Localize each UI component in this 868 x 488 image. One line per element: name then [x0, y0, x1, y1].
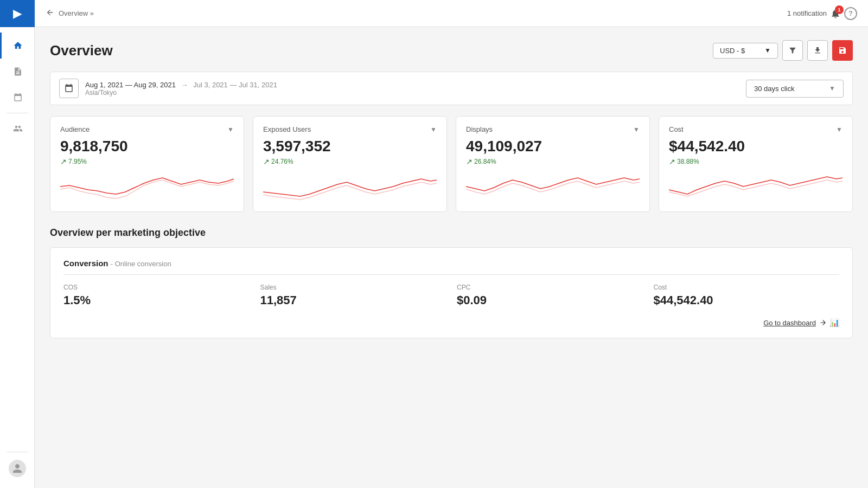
content-area: Overview USD - $ ▼ — [35, 27, 868, 488]
date-info: Aug 1, 2021 — Aug 29, 2021 → Jul 3, 2021… — [85, 81, 277, 97]
users-icon — [12, 123, 23, 134]
cost-value: $44,542.40 — [669, 138, 843, 155]
filter-button[interactable] — [782, 40, 803, 61]
back-button[interactable] — [46, 8, 54, 18]
cost-chart — [669, 170, 843, 203]
metric-card-header: Exposed Users ▼ — [263, 125, 437, 133]
cpc-value: $0.09 — [457, 293, 643, 307]
help-button[interactable]: ? — [844, 7, 857, 20]
breadcrumb-text: Overview » — [59, 9, 94, 17]
bar-chart-icon: 📊 — [830, 318, 839, 327]
exposed-dropdown-icon[interactable]: ▼ — [430, 126, 437, 133]
calendar-picker-button[interactable] — [59, 79, 79, 98]
sidebar-divider — [7, 113, 28, 113]
conv-metric-sales: Sales 11,857 — [260, 284, 446, 307]
cost-label: Cost — [669, 125, 684, 133]
metric-cards: Audience ▼ 9,818,750 ↗ 7.95% — [50, 116, 853, 212]
sales-value: 11,857 — [260, 293, 446, 307]
compare-arrow: → — [181, 81, 188, 89]
conv-cost-value: $44,542.40 — [654, 293, 840, 307]
conv-metric-cos: COS 1.5% — [63, 284, 250, 307]
date-range-text: Aug 1, 2021 — Aug 29, 2021 → Jul 3, 2021… — [85, 81, 277, 89]
audience-change: ↗ 7.95% — [60, 157, 234, 166]
exposed-value: 3,597,352 — [263, 138, 437, 155]
days-selector[interactable]: 30 days click ▼ — [746, 80, 844, 98]
notification-area: 1 notification 1 ? — [787, 7, 857, 20]
sidebar-bottom-divider — [7, 452, 28, 452]
sidebar-bottom — [7, 450, 28, 477]
metric-card-header: Displays ▼ — [466, 125, 640, 133]
up-arrow-icon: ↗ — [263, 157, 270, 166]
metric-card-displays: Displays ▼ 49,109,027 ↗ 26.84% — [456, 116, 650, 212]
topbar-right: 1 notification 1 ? — [787, 7, 857, 20]
audience-label: Audience — [60, 125, 90, 133]
sidebar-logo[interactable]: ▶ — [0, 0, 35, 27]
section-title: Overview per marketing objective — [50, 227, 853, 239]
conversion-subtitle: - Online conversion — [111, 260, 171, 268]
date-filter-left: Aug 1, 2021 — Aug 29, 2021 → Jul 3, 2021… — [59, 79, 277, 98]
cost-dropdown-icon[interactable]: ▼ — [836, 126, 843, 133]
up-arrow-icon: ↗ — [466, 157, 473, 166]
breadcrumb: Overview » — [46, 8, 94, 18]
displays-label: Displays — [466, 125, 493, 133]
header-actions: USD - $ ▼ — [713, 40, 853, 61]
days-chevron-icon: ▼ — [829, 85, 835, 92]
notification-bell[interactable]: 1 — [830, 8, 841, 19]
sidebar-item-calendar[interactable] — [0, 85, 34, 111]
conv-cost-label: Cost — [654, 284, 840, 291]
card-footer: Go to dashboard 📊 — [63, 318, 839, 327]
topbar: Overview » 1 notification 1 ? — [35, 0, 868, 27]
cost-change: ↗ 38.88% — [669, 157, 843, 166]
conv-metric-cost: Cost $44,542.40 — [654, 284, 840, 307]
page-title: Overview — [50, 42, 113, 59]
audience-dropdown-icon[interactable]: ▼ — [227, 126, 234, 133]
export-button[interactable] — [807, 40, 828, 61]
calendar-icon — [12, 92, 23, 103]
notification-badge: 1 — [835, 5, 844, 14]
displays-change: ↗ 26.84% — [466, 157, 640, 166]
save-button[interactable] — [832, 40, 853, 61]
cpc-label: CPC — [457, 284, 643, 291]
currency-label: USD - $ — [720, 47, 745, 55]
conversion-header: Conversion - Online conversion — [63, 259, 839, 275]
sidebar-item-users[interactable] — [0, 115, 34, 142]
sidebar-navigation — [0, 27, 34, 142]
up-arrow-icon: ↗ — [60, 157, 67, 166]
metric-card-header: Audience ▼ — [60, 125, 234, 133]
home-icon — [12, 40, 23, 51]
cos-label: COS — [63, 284, 250, 291]
displays-chart — [466, 170, 640, 203]
avatar[interactable] — [9, 460, 26, 477]
cos-value: 1.5% — [63, 293, 250, 307]
chevron-down-icon: ▼ — [764, 47, 771, 54]
displays-value: 49,109,027 — [466, 138, 640, 155]
document-icon — [12, 66, 23, 77]
date-filter-bar: Aug 1, 2021 — Aug 29, 2021 → Jul 3, 2021… — [50, 72, 853, 105]
conv-metric-cpc: CPC $0.09 — [457, 284, 643, 307]
sidebar-item-reports[interactable] — [0, 59, 34, 85]
exposed-change: ↗ 24.76% — [263, 157, 437, 166]
days-label: 30 days click — [754, 85, 794, 93]
main-area: Overview » 1 notification 1 ? Overview U… — [35, 0, 868, 488]
metric-card-cost: Cost ▼ $44,542.40 ↗ 38.88% — [659, 116, 853, 212]
go-to-dashboard-link[interactable]: Go to dashboard 📊 — [763, 318, 839, 327]
metric-card-exposed: Exposed Users ▼ 3,597,352 ↗ 24.76% — [253, 116, 447, 212]
metric-card-header: Cost ▼ — [669, 125, 843, 133]
audience-chart — [60, 170, 234, 203]
audience-value: 9,818,750 — [60, 138, 234, 155]
page-header: Overview USD - $ ▼ — [50, 40, 853, 61]
marketing-section: Overview per marketing objective Convers… — [50, 227, 853, 338]
sales-label: Sales — [260, 284, 446, 291]
logo-icon: ▶ — [13, 7, 21, 20]
displays-dropdown-icon[interactable]: ▼ — [633, 126, 640, 133]
marketing-card: Conversion - Online conversion COS 1.5% … — [50, 247, 853, 338]
sidebar-item-home[interactable] — [0, 33, 34, 59]
conversion-label: Conversion — [63, 259, 108, 268]
up-arrow-icon: ↗ — [669, 157, 675, 166]
exposed-chart — [263, 170, 437, 203]
sidebar: ▶ — [0, 0, 35, 488]
conversion-metrics: COS 1.5% Sales 11,857 CPC $0.09 Cost $44… — [63, 284, 839, 307]
exposed-label: Exposed Users — [263, 125, 311, 133]
timezone-text: Asia/Tokyo — [85, 89, 277, 97]
currency-selector[interactable]: USD - $ ▼ — [713, 43, 778, 59]
